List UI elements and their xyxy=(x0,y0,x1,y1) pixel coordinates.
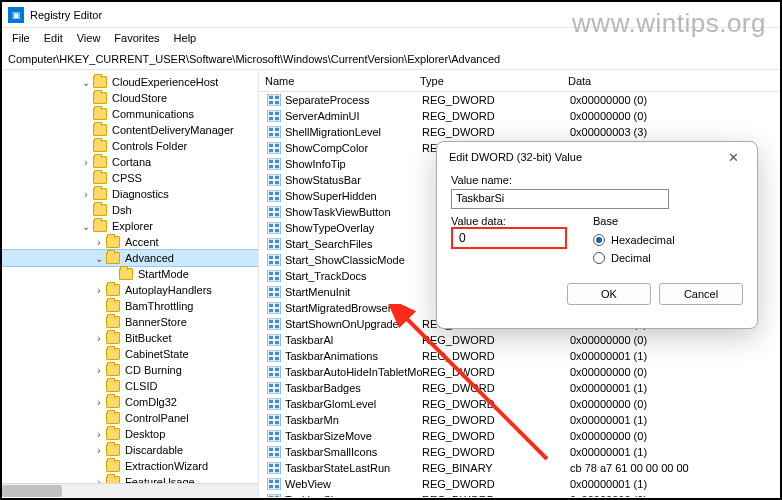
tree-item-clsid[interactable]: CLSID xyxy=(2,378,258,394)
close-icon[interactable]: ✕ xyxy=(719,146,747,168)
expand-icon[interactable]: › xyxy=(80,188,92,200)
tree-item-startmode[interactable]: StartMode xyxy=(2,266,258,282)
radio-hexadecimal[interactable]: Hexadecimal xyxy=(593,231,743,249)
tree-item-diagnostics[interactable]: ›Diagnostics xyxy=(2,186,258,202)
tree-item-advanced[interactable]: ⌄Advanced xyxy=(2,250,258,266)
tree-item-cloudstore[interactable]: CloudStore xyxy=(2,90,258,106)
expand-icon[interactable] xyxy=(93,460,105,472)
tree-item-discardable[interactable]: ›Discardable xyxy=(2,442,258,458)
expand-icon[interactable] xyxy=(93,348,105,360)
value-row[interactable]: TaskbarSmallIconsREG_DWORD0x00000001 (1) xyxy=(259,444,780,460)
svg-rect-36 xyxy=(269,208,273,211)
tree-item-bannerstore[interactable]: BannerStore xyxy=(2,314,258,330)
tree-item-cabinetstate[interactable]: CabinetState xyxy=(2,346,258,362)
tree-item-extractionwizard[interactable]: ExtractionWizard xyxy=(2,458,258,474)
svg-rect-94 xyxy=(275,389,279,392)
svg-rect-27 xyxy=(275,176,279,179)
menu-file[interactable]: File xyxy=(6,30,36,46)
value-row[interactable]: TaskbarMnREG_DWORD0x00000001 (1) xyxy=(259,412,780,428)
svg-rect-57 xyxy=(275,272,279,275)
expand-icon[interactable] xyxy=(80,204,92,216)
expand-icon[interactable]: ⌄ xyxy=(80,76,92,88)
radio-decimal[interactable]: Decimal xyxy=(593,249,743,267)
expand-icon[interactable] xyxy=(93,300,105,312)
value-row[interactable]: TaskbarBadgesREG_DWORD0x00000001 (1) xyxy=(259,380,780,396)
value-row[interactable]: TaskbarSiREG_DWORD0x00000000 (0) xyxy=(259,492,780,497)
svg-rect-23 xyxy=(269,165,273,168)
col-name[interactable]: Name xyxy=(259,75,414,87)
expand-icon[interactable] xyxy=(106,268,118,280)
col-data[interactable]: Data xyxy=(562,75,780,87)
svg-rect-17 xyxy=(275,144,279,147)
list-header[interactable]: Name Type Data xyxy=(259,70,780,92)
ok-button[interactable]: OK xyxy=(567,283,651,305)
tree-item-cortana[interactable]: ›Cortana xyxy=(2,154,258,170)
svg-rect-106 xyxy=(269,432,273,435)
menu-help[interactable]: Help xyxy=(168,30,203,46)
value-row[interactable]: SeparateProcessREG_DWORD0x00000000 (0) xyxy=(259,92,780,108)
svg-rect-56 xyxy=(269,272,273,275)
tree-item-comdlg32[interactable]: ›ComDlg32 xyxy=(2,394,258,410)
expand-icon[interactable]: › xyxy=(93,332,105,344)
tree-item-cloudexperiencehost[interactable]: ⌄CloudExperienceHost xyxy=(2,74,258,90)
tree-item-contentdeliverymanager[interactable]: ContentDeliveryManager xyxy=(2,122,258,138)
tree-item-bitbucket[interactable]: ›BitBucket xyxy=(2,330,258,346)
svg-rect-72 xyxy=(275,320,279,323)
reg-value-icon xyxy=(267,254,281,266)
tree-item-autoplayhandlers[interactable]: ›AutoplayHandlers xyxy=(2,282,258,298)
value-row[interactable]: TaskbarAnimationsREG_DWORD0x00000001 (1) xyxy=(259,348,780,364)
expand-icon[interactable]: › xyxy=(93,396,105,408)
expand-icon[interactable]: › xyxy=(93,444,105,456)
tree-item-accent[interactable]: ›Accent xyxy=(2,234,258,250)
value-row[interactable]: TaskbarStateLastRunREG_BINARYcb 78 a7 61… xyxy=(259,460,780,476)
reg-value-icon xyxy=(267,158,281,170)
menu-view[interactable]: View xyxy=(71,30,107,46)
expand-icon[interactable]: › xyxy=(93,236,105,248)
tree-item-cpss[interactable]: CPSS xyxy=(2,170,258,186)
expand-icon[interactable] xyxy=(80,140,92,152)
col-type[interactable]: Type xyxy=(414,75,562,87)
expand-icon[interactable]: › xyxy=(93,284,105,296)
svg-rect-78 xyxy=(269,341,273,344)
expand-icon[interactable] xyxy=(93,316,105,328)
expand-icon[interactable] xyxy=(80,108,92,120)
value-row[interactable]: ShellMigrationLevelREG_DWORD0x00000003 (… xyxy=(259,124,780,140)
svg-rect-122 xyxy=(275,480,279,483)
expand-icon[interactable]: ⌄ xyxy=(93,252,105,264)
expand-icon[interactable]: › xyxy=(93,364,105,376)
expand-icon[interactable] xyxy=(93,412,105,424)
value-row[interactable]: TaskbarGlomLevelREG_DWORD0x00000000 (0) xyxy=(259,396,780,412)
svg-rect-4 xyxy=(275,101,279,104)
address-bar[interactable]: Computer\HKEY_CURRENT_USER\Software\Micr… xyxy=(2,48,780,70)
svg-rect-86 xyxy=(269,368,273,371)
value-row[interactable]: TaskbarAlREG_DWORD0x00000000 (0) xyxy=(259,332,780,348)
value-name-input[interactable]: TaskbarSi xyxy=(451,189,669,209)
expand-icon[interactable] xyxy=(80,92,92,104)
tree-item-explorer[interactable]: ⌄Explorer xyxy=(2,218,258,234)
expand-icon[interactable]: ⌄ xyxy=(80,220,92,232)
tree-item-bamthrottling[interactable]: BamThrottling xyxy=(2,298,258,314)
tree-item-dsh[interactable]: Dsh xyxy=(2,202,258,218)
expand-icon[interactable] xyxy=(80,124,92,136)
value-row[interactable]: WebViewREG_DWORD0x00000001 (1) xyxy=(259,476,780,492)
menu-edit[interactable]: Edit xyxy=(38,30,69,46)
expand-icon[interactable] xyxy=(80,172,92,184)
tree-item-controlpanel[interactable]: ControlPanel xyxy=(2,410,258,426)
tree-item-communications[interactable]: Communications xyxy=(2,106,258,122)
value-data-input[interactable] xyxy=(451,227,567,249)
tree-item-controls-folder[interactable]: Controls Folder xyxy=(2,138,258,154)
tree-item-desktop[interactable]: ›Desktop xyxy=(2,426,258,442)
horizontal-scrollbar[interactable] xyxy=(2,483,258,497)
expand-icon[interactable]: › xyxy=(80,156,92,168)
tree-pane[interactable]: ⌄CloudExperienceHostCloudStoreCommunicat… xyxy=(2,70,259,497)
expand-icon[interactable] xyxy=(93,380,105,392)
menu-favorites[interactable]: Favorites xyxy=(108,30,165,46)
expand-icon[interactable]: › xyxy=(93,428,105,440)
folder-icon xyxy=(106,252,120,264)
svg-rect-37 xyxy=(275,208,279,211)
value-row[interactable]: TaskbarSizeMoveREG_DWORD0x00000000 (0) xyxy=(259,428,780,444)
cancel-button[interactable]: Cancel xyxy=(659,283,743,305)
value-row[interactable]: ServerAdminUIREG_DWORD0x00000000 (0) xyxy=(259,108,780,124)
value-row[interactable]: TaskbarAutoHideInTabletModeREG_DWORD0x00… xyxy=(259,364,780,380)
tree-item-cd-burning[interactable]: ›CD Burning xyxy=(2,362,258,378)
